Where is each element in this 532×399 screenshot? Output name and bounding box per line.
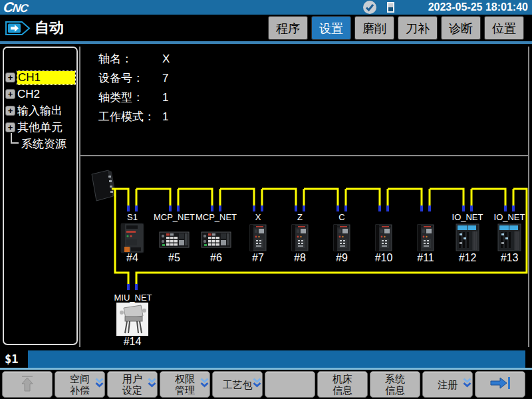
sidebar-item-label: 其他单元 <box>17 120 63 135</box>
softkey-machine-info[interactable]: 机床信息 <box>317 371 368 398</box>
detail-label: 轴类型： <box>98 90 162 105</box>
panel-border-right <box>528 47 529 347</box>
softkey-user-settings[interactable]: 用户设定 <box>107 371 158 398</box>
command-bar: $1 <box>0 350 532 368</box>
sidebar-item-label: CH2 <box>17 88 40 101</box>
tree-branch-line <box>11 133 19 144</box>
softkey-label: 信息 <box>332 384 352 396</box>
tab-settings[interactable]: 设置 <box>311 16 351 40</box>
network-wire <box>220 189 254 207</box>
network-node-7[interactable]: X#7 <box>250 212 266 263</box>
svg-text:#12: #12 <box>459 252 477 263</box>
detail-label: 设备号： <box>98 70 162 86</box>
svg-text:#6: #6 <box>210 252 222 263</box>
command-prompt: $1 <box>5 350 18 368</box>
sidebar-item-label: 系统资源 <box>21 136 66 152</box>
softkey-page-up[interactable] <box>2 371 53 398</box>
svg-text:#13: #13 <box>501 252 519 263</box>
network-node-11[interactable]: #11 <box>417 225 434 263</box>
mode-arrow-icon <box>5 20 31 39</box>
svg-text:#14: #14 <box>124 336 142 347</box>
sidebar-item-system-resources[interactable]: 系统资源 <box>4 136 76 152</box>
network-node-14[interactable]: MIU_NET#14 <box>114 293 152 347</box>
chevron-down-icon <box>148 378 156 392</box>
softkey-label: 机床 <box>332 373 352 384</box>
network-node-5[interactable]: MCP_NET#5 <box>154 212 195 263</box>
tab-position[interactable]: 位置 <box>484 16 524 40</box>
network-wire <box>304 189 338 207</box>
softkey-label: 权限 <box>175 373 195 384</box>
sidebar-item-ch1[interactable]: +CH1 <box>4 69 76 86</box>
softkey-empty[interactable] <box>265 371 315 398</box>
network-node-4[interactable]: S1#4 <box>121 212 144 263</box>
network-node-12[interactable]: IO_NET#12 <box>452 212 483 263</box>
expand-icon[interactable]: + <box>5 106 15 116</box>
svg-text:#8: #8 <box>294 252 306 263</box>
softkey-bar: 空间补偿用户设定权限管理工艺包机床信息系统信息注册 <box>0 370 532 399</box>
network-wire <box>388 189 422 207</box>
brand-logo: CNC <box>2 0 29 16</box>
detail-row: 工作模式：1 <box>98 107 170 126</box>
network-node-6[interactable]: MCP_NET#6 <box>196 212 237 263</box>
sidebar-item-label: 输入输出 <box>17 103 63 118</box>
expand-icon[interactable]: + <box>5 122 15 132</box>
detail-row: 轴类型：1 <box>98 88 170 107</box>
detail-value: 7 <box>162 72 168 85</box>
mode-bar: 自动 程序设置磨削刀补诊断位置 <box>0 15 532 41</box>
svg-text:Z: Z <box>297 212 303 222</box>
svg-text:IO_NET: IO_NET <box>494 212 525 222</box>
softkey-label: 设定 <box>122 384 142 396</box>
svg-text:#9: #9 <box>336 252 348 263</box>
channel-tree: +CH1+CH2+输入输出+其他单元系统资源 <box>3 47 78 345</box>
softkey-label: 补偿 <box>70 384 90 396</box>
section-divider <box>80 155 529 156</box>
detail-row: 轴名：X <box>98 49 170 68</box>
softkey-space-compensation[interactable]: 空间补偿 <box>55 371 105 398</box>
softkey-page-next[interactable] <box>475 371 525 398</box>
network-wire <box>430 189 464 207</box>
network-node-9[interactable]: C#9 <box>334 212 350 263</box>
svg-text:#4: #4 <box>126 252 138 263</box>
softkey-register[interactable]: 注册 <box>422 371 473 398</box>
svg-text:MCP_NET: MCP_NET <box>154 212 195 222</box>
detail-row: 设备号：7 <box>98 68 170 88</box>
network-wire <box>178 189 212 207</box>
chevron-down-icon <box>463 378 471 392</box>
chevron-down-icon <box>95 378 104 392</box>
sidebar-item-label: CH1 <box>17 71 75 84</box>
expand-icon[interactable]: + <box>5 89 15 99</box>
top-status-bar: CNC 2023-05-25 18:01:40 <box>0 0 532 15</box>
sidebar-item-input-output[interactable]: +输入输出 <box>4 102 76 119</box>
softkey-process-package[interactable]: 工艺包 <box>212 371 263 398</box>
network-node-13[interactable]: IO_NET#13 <box>494 212 525 263</box>
mode-title: 自动 <box>35 15 64 41</box>
detail-panel: 轴名：X设备号：7轴类型：1工作模式：1 <box>98 49 170 126</box>
command-field <box>28 350 525 368</box>
svg-text:MCP_NET: MCP_NET <box>196 212 237 222</box>
softkey-permission-management[interactable]: 权限管理 <box>160 371 210 398</box>
svg-text:#11: #11 <box>417 252 434 263</box>
clock: 2023-05-25 18:01:40 <box>428 0 528 15</box>
tab-program[interactable]: 程序 <box>268 16 308 40</box>
battery-icon <box>387 2 394 13</box>
network-wire <box>471 189 505 207</box>
expand-icon[interactable]: + <box>5 72 15 82</box>
detail-value: X <box>162 53 170 66</box>
svg-text:#10: #10 <box>375 252 393 263</box>
svg-text:#5: #5 <box>168 252 180 263</box>
tab-grinding[interactable]: 磨削 <box>354 16 394 40</box>
softkey-label: 管理 <box>175 384 195 396</box>
detail-label: 轴名： <box>98 51 162 66</box>
network-node-main-controller[interactable] <box>92 170 116 201</box>
softkey-label: 工艺包 <box>223 379 253 390</box>
detail-value: 1 <box>162 110 168 124</box>
tab-tool-compensation[interactable]: 刀补 <box>398 16 438 40</box>
softkey-label: 系统 <box>385 373 405 384</box>
softkey-system-info[interactable]: 系统信息 <box>370 371 420 398</box>
tab-diagnosis[interactable]: 诊断 <box>441 16 481 40</box>
network-node-10[interactable]: #10 <box>375 225 393 263</box>
check-icon <box>363 1 376 14</box>
sidebar-item-ch2[interactable]: +CH2 <box>4 86 76 102</box>
svg-text:X: X <box>255 212 261 222</box>
network-node-8[interactable]: Z#8 <box>292 212 308 263</box>
